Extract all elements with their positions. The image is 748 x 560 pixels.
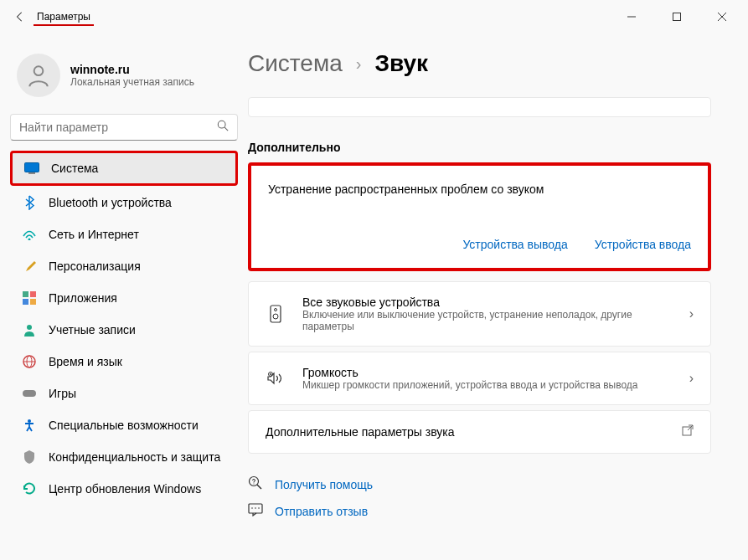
card-desc: Микшер громкости приложений, устройства … xyxy=(302,379,673,391)
nav-label: Игры xyxy=(49,387,76,400)
svg-point-17 xyxy=(28,419,31,423)
shield-icon xyxy=(22,450,37,465)
nav-label: Время и язык xyxy=(49,355,122,368)
feedback-label: Отправить отзыв xyxy=(275,505,368,518)
nav-accounts[interactable]: Учетные записи xyxy=(10,315,238,345)
maximize-button[interactable] xyxy=(658,3,696,30)
nav-bluetooth[interactable]: Bluetooth и устройства xyxy=(10,188,238,218)
feedback-link[interactable]: Отправить отзыв xyxy=(248,498,711,524)
svg-line-27 xyxy=(257,485,261,489)
svg-rect-11 xyxy=(30,299,36,305)
nav-personalization[interactable]: Персонализация xyxy=(10,251,238,281)
gamepad-icon xyxy=(22,386,37,401)
card-title: Дополнительные параметры звука xyxy=(266,425,665,439)
globe-icon xyxy=(22,354,37,369)
card-desc: Включение или выключение устройств, устр… xyxy=(302,309,673,332)
svg-point-12 xyxy=(27,325,32,330)
nav-label: Учетные записи xyxy=(49,323,136,337)
output-devices-link[interactable]: Устройства вывода xyxy=(462,238,567,251)
help-label: Получить помощь xyxy=(275,478,373,491)
volume-card[interactable]: Громкость Микшер громкости приложений, у… xyxy=(248,352,711,405)
minimize-button[interactable] xyxy=(612,3,651,30)
section-title: Дополнительно xyxy=(248,141,711,154)
avatar xyxy=(17,54,60,97)
svg-rect-9 xyxy=(30,291,36,297)
all-devices-card[interactable]: Все звуковые устройства Включение или вы… xyxy=(248,281,711,347)
svg-point-2 xyxy=(34,66,44,75)
svg-line-4 xyxy=(224,127,228,131)
help-icon xyxy=(248,475,263,493)
nav-label: Специальные возможности xyxy=(49,419,199,432)
sidebar: winnote.ru Локальная учетная запись Сист… xyxy=(0,33,248,560)
card-title: Все звуковые устройства xyxy=(302,295,673,309)
bluetooth-icon xyxy=(22,195,37,210)
nav-network[interactable]: Сеть и Интернет xyxy=(10,219,238,249)
card-title: Громкость xyxy=(302,366,673,379)
nav-label: Система xyxy=(51,162,98,175)
breadcrumb-parent[interactable]: Система xyxy=(248,50,343,77)
svg-point-26 xyxy=(253,483,254,484)
external-link-icon xyxy=(682,424,694,439)
feedback-icon xyxy=(248,503,263,519)
back-button[interactable] xyxy=(7,3,34,30)
chevron-right-icon: › xyxy=(356,54,362,74)
nav-label: Сеть и Интернет xyxy=(49,228,139,241)
breadcrumb-current: Звук xyxy=(374,50,428,77)
svg-rect-6 xyxy=(28,172,35,174)
more-sound-card[interactable]: Дополнительные параметры звука xyxy=(248,410,711,454)
speaker-icon xyxy=(266,305,286,323)
nav-gaming[interactable]: Игры xyxy=(10,378,238,408)
network-icon xyxy=(22,227,37,242)
profile-subtitle: Локальная учетная запись xyxy=(70,76,194,88)
svg-point-29 xyxy=(251,507,253,509)
svg-point-20 xyxy=(273,314,278,319)
update-icon xyxy=(22,481,37,496)
input-devices-link[interactable]: Устройства ввода xyxy=(595,238,691,251)
nav-privacy[interactable]: Конфиденциальность и защита xyxy=(10,442,238,472)
chevron-right-icon: › xyxy=(689,371,694,386)
nav-system[interactable]: Система xyxy=(10,151,238,186)
nav-apps[interactable]: Приложения xyxy=(10,283,238,313)
profile[interactable]: winnote.ru Локальная учетная запись xyxy=(10,44,238,114)
nav-time-language[interactable]: Время и язык xyxy=(10,347,238,377)
troubleshoot-title: Устранение распространенных проблем со з… xyxy=(268,182,691,196)
svg-rect-10 xyxy=(23,299,28,305)
svg-point-19 xyxy=(275,309,277,311)
app-title: Параметры xyxy=(34,8,94,26)
search-box[interactable] xyxy=(10,114,238,141)
nav-label: Конфиденциальность и защита xyxy=(49,450,220,464)
nav-label: Персонализация xyxy=(49,259,141,273)
nav-updates[interactable]: Центр обновления Windows xyxy=(10,474,238,504)
nav-label: Центр обновления Windows xyxy=(49,482,201,496)
apps-icon xyxy=(22,290,37,306)
svg-rect-1 xyxy=(673,13,681,21)
svg-point-3 xyxy=(218,121,225,128)
get-help-link[interactable]: Получить помощь xyxy=(248,470,711,498)
nav-accessibility[interactable]: Специальные возможности xyxy=(10,410,238,440)
svg-rect-16 xyxy=(23,390,36,397)
search-input[interactable] xyxy=(19,121,217,134)
svg-rect-8 xyxy=(23,291,28,297)
search-icon xyxy=(217,120,229,135)
volume-icon xyxy=(266,372,286,385)
chevron-right-icon: › xyxy=(689,306,694,321)
nav-label: Bluetooth и устройства xyxy=(49,196,172,209)
svg-point-30 xyxy=(255,507,256,509)
svg-rect-5 xyxy=(25,163,39,172)
nav-label: Приложения xyxy=(49,291,117,305)
person-icon xyxy=(22,322,37,337)
profile-name: winnote.ru xyxy=(70,63,194,76)
svg-point-31 xyxy=(258,507,260,509)
close-button[interactable] xyxy=(703,3,741,30)
svg-point-7 xyxy=(28,239,31,241)
card-placeholder xyxy=(248,97,711,117)
system-icon xyxy=(24,161,39,176)
main-content: Система › Звук Дополнительно Устранение … xyxy=(248,33,748,560)
troubleshoot-card: Устранение распространенных проблем со з… xyxy=(248,162,711,271)
brush-icon xyxy=(22,259,37,274)
breadcrumb: Система › Звук xyxy=(248,50,711,77)
accessibility-icon xyxy=(22,418,37,433)
